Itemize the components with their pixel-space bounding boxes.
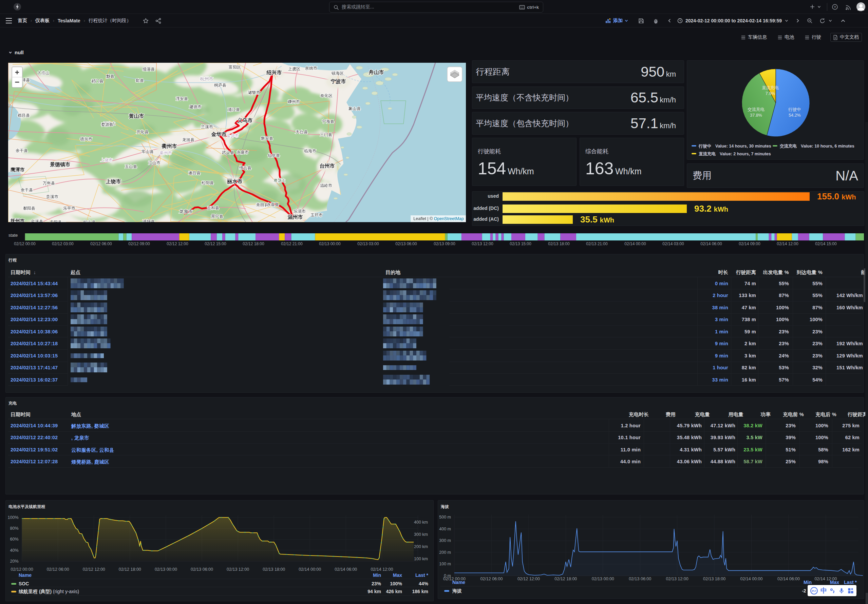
svg-text:富阳区: 富阳区 bbox=[229, 65, 241, 70]
svg-text:黄山市: 黄山市 bbox=[129, 113, 144, 119]
svg-text:弋阳县: 弋阳县 bbox=[50, 220, 62, 222]
svg-text:7.9%: 7.9% bbox=[766, 91, 775, 96]
svg-text:兰溪市: 兰溪市 bbox=[201, 124, 213, 129]
svg-text:万年县: 万年县 bbox=[43, 181, 55, 185]
svg-text:iFLY: iFLY bbox=[812, 589, 817, 592]
svg-text:186 km: 186 km bbox=[412, 589, 428, 594]
svg-text:丽水市: 丽水市 bbox=[227, 178, 243, 184]
svg-text:200 km: 200 km bbox=[414, 544, 428, 549]
svg-text:象山县: 象山县 bbox=[349, 106, 361, 111]
svg-text:开化县: 开化县 bbox=[136, 130, 149, 134]
svg-text:德兴市: 德兴市 bbox=[80, 137, 92, 141]
svg-text:磐安县: 磐安县 bbox=[261, 136, 273, 141]
svg-text:武义县: 武义县 bbox=[222, 150, 234, 155]
svg-text:Value: 14 hours, 30 minutes: Value: 14 hours, 30 minutes bbox=[715, 144, 771, 148]
svg-text:行驶中: 行驶中 bbox=[698, 144, 711, 148]
svg-text:300 m: 300 m bbox=[439, 538, 451, 543]
svg-text:建德市: 建德市 bbox=[189, 105, 202, 109]
svg-text:衢州市: 衢州市 bbox=[160, 151, 172, 155]
svg-text:松阳县: 松阳县 bbox=[202, 181, 214, 185]
svg-text:40%: 40% bbox=[10, 548, 19, 553]
svg-text:乐清市: 乐清市 bbox=[293, 209, 306, 214]
svg-text:?: ? bbox=[834, 5, 836, 9]
svg-text:300 km: 300 km bbox=[414, 532, 428, 537]
svg-text:上饶市: 上饶市 bbox=[101, 158, 113, 162]
svg-text:衢州市: 衢州市 bbox=[161, 143, 177, 149]
svg-text:淳安县: 淳安县 bbox=[176, 96, 188, 101]
svg-text:诸暨市: 诸暨市 bbox=[248, 90, 260, 95]
svg-text:Leaflet | © OpenStreetMap: Leaflet | © OpenStreetMap bbox=[413, 216, 464, 221]
svg-text:02/13 12:00: 02/13 12:00 bbox=[227, 567, 249, 572]
svg-text:玉山县: 玉山县 bbox=[125, 164, 137, 169]
svg-text:02/12 12:00: 02/12 12:00 bbox=[518, 576, 540, 581]
svg-text:Min: Min bbox=[373, 573, 381, 578]
svg-text:续航里程 (典型) (right y-axis): 续航里程 (典型) (right y-axis) bbox=[18, 589, 79, 594]
svg-text:直流充电: 直流充电 bbox=[699, 151, 716, 156]
svg-text:温岭市: 温岭市 bbox=[320, 183, 332, 188]
svg-text:云和县: 云和县 bbox=[207, 205, 219, 210]
svg-text:100 m: 100 m bbox=[439, 562, 451, 566]
svg-text:奉化区: 奉化区 bbox=[320, 93, 333, 98]
svg-text:02/14 00:00: 02/14 00:00 bbox=[299, 567, 321, 572]
svg-text:抚州市: 抚州市 bbox=[10, 218, 25, 222]
svg-text:02/14 00:00: 02/14 00:00 bbox=[740, 576, 763, 581]
svg-text:都昌县: 都昌县 bbox=[17, 113, 30, 118]
svg-text:44%: 44% bbox=[419, 581, 429, 586]
svg-text:乐平市: 乐平市 bbox=[63, 206, 75, 211]
svg-text:SOC: SOC bbox=[19, 581, 29, 586]
svg-text:鄱阳县: 鄱阳县 bbox=[23, 206, 35, 211]
svg-text:浦城县: 浦城县 bbox=[142, 219, 155, 222]
svg-text:金华市: 金华市 bbox=[211, 131, 227, 137]
svg-text:100%: 100% bbox=[8, 515, 19, 520]
svg-text:黟县: 黟县 bbox=[106, 74, 114, 79]
svg-text:铅山县: 铅山县 bbox=[83, 220, 96, 222]
svg-text:缙云县: 缙云县 bbox=[239, 165, 251, 170]
svg-text:02/13 12:00: 02/13 12:00 bbox=[666, 576, 688, 581]
svg-text:Name: Name bbox=[452, 579, 465, 585]
svg-text:海拔: 海拔 bbox=[452, 588, 462, 593]
svg-text:舟山市: 舟山市 bbox=[369, 69, 384, 75]
svg-text:上饶市: 上饶市 bbox=[105, 178, 121, 184]
svg-text:台州市: 台州市 bbox=[320, 163, 335, 168]
svg-text:Max: Max bbox=[830, 579, 839, 585]
svg-text:余姚市: 余姚市 bbox=[305, 66, 317, 71]
svg-text:景德镇市: 景德镇市 bbox=[50, 161, 70, 167]
svg-text:绍兴市: 绍兴市 bbox=[267, 70, 282, 75]
svg-text:天台县: 天台县 bbox=[296, 130, 308, 134]
svg-text:54.2%: 54.2% bbox=[789, 113, 800, 118]
svg-text:02/14 12:00: 02/14 12:00 bbox=[370, 567, 393, 572]
svg-text:金华市: 金华市 bbox=[226, 133, 239, 138]
svg-text:93.2 kWh: 93.2 kWh bbox=[694, 204, 728, 214]
svg-text:added (DC): added (DC) bbox=[473, 205, 499, 211]
svg-text:余干县: 余干县 bbox=[16, 148, 28, 153]
svg-text:added (AC): added (AC) bbox=[473, 216, 499, 222]
svg-text:义乌市: 义乌市 bbox=[237, 117, 253, 123]
svg-text:Max: Max bbox=[393, 573, 402, 578]
svg-text:02/12 06:00: 02/12 06:00 bbox=[480, 576, 502, 581]
svg-text:60%: 60% bbox=[10, 537, 19, 542]
svg-text:02/12 00:00: 02/12 00:00 bbox=[11, 567, 33, 572]
svg-text:直流充电: 直流充电 bbox=[762, 85, 779, 90]
svg-text:Name: Name bbox=[19, 573, 31, 578]
svg-text:426 km: 426 km bbox=[386, 589, 402, 594]
svg-text:02/13 18:00: 02/13 18:00 bbox=[263, 567, 285, 572]
svg-text:杭州市: 杭州市 bbox=[200, 76, 214, 81]
svg-text:500 m: 500 m bbox=[439, 515, 451, 519]
svg-text:常山县: 常山县 bbox=[141, 149, 154, 154]
svg-text:上虞区: 上虞区 bbox=[288, 66, 300, 71]
svg-text:02/13 06:00: 02/13 06:00 bbox=[191, 567, 213, 572]
svg-text:大浩山: 大浩山 bbox=[37, 71, 50, 75]
svg-text:200 m: 200 m bbox=[439, 550, 451, 555]
svg-text:交流充电: 交流充电 bbox=[747, 107, 765, 112]
svg-text:镇海区: 镇海区 bbox=[331, 71, 344, 76]
svg-text:02/14 06:00: 02/14 06:00 bbox=[777, 576, 800, 581]
svg-text:三门县: 三门县 bbox=[320, 132, 332, 137]
svg-text:used: used bbox=[488, 193, 499, 199]
svg-text:雁荡山: 雁荡山 bbox=[273, 178, 286, 183]
svg-text:Value: 10 hours, 6 minutes: Value: 10 hours, 6 minutes bbox=[801, 144, 854, 148]
svg-text:02/12 12:00: 02/12 12:00 bbox=[83, 567, 105, 572]
svg-text:02/12 18:00: 02/12 18:00 bbox=[555, 576, 577, 581]
svg-text:02/14 06:00: 02/14 06:00 bbox=[335, 567, 357, 572]
svg-text:Min: Min bbox=[803, 579, 812, 585]
svg-text:交流充电: 交流充电 bbox=[780, 144, 797, 148]
